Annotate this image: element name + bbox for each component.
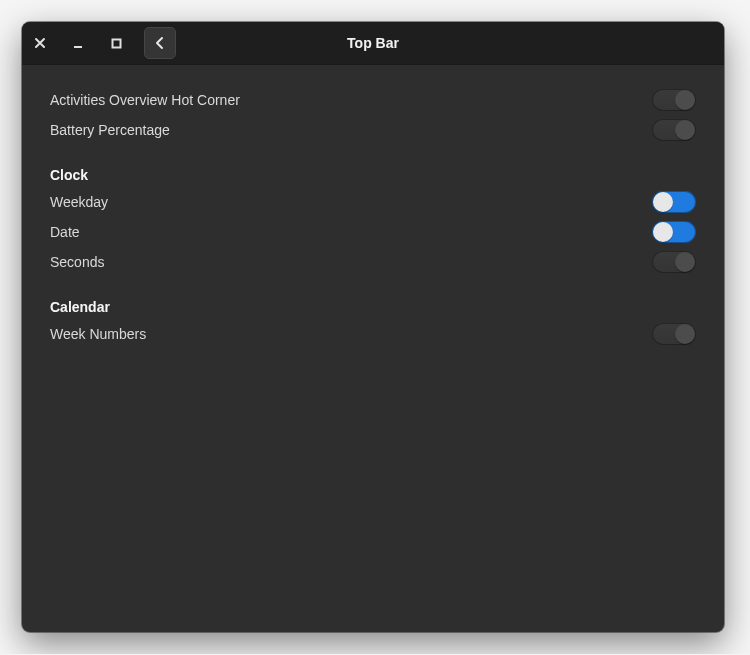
section-clock: Clock Weekday Date Seconds <box>50 167 696 277</box>
switch-weekday[interactable] <box>652 191 696 213</box>
switch-knob <box>675 252 695 272</box>
row-battery-percentage: Battery Percentage <box>50 115 696 145</box>
switch-knob <box>675 120 695 140</box>
switch-seconds[interactable] <box>652 251 696 273</box>
row-hot-corner: Activities Overview Hot Corner <box>50 85 696 115</box>
row-label: Date <box>50 224 80 240</box>
row-label: Seconds <box>50 254 104 270</box>
window: Top Bar Activities Overview Hot Corner B… <box>22 22 724 632</box>
switch-knob <box>675 90 695 110</box>
row-label: Battery Percentage <box>50 122 170 138</box>
close-button[interactable] <box>28 31 52 55</box>
section-calendar: Calendar Week Numbers <box>50 299 696 349</box>
section-general: Activities Overview Hot Corner Battery P… <box>50 85 696 145</box>
titlebar: Top Bar <box>22 22 724 65</box>
row-date: Date <box>50 217 696 247</box>
section-heading: Clock <box>50 167 696 183</box>
minimize-button[interactable] <box>66 31 90 55</box>
switch-week-numbers[interactable] <box>652 323 696 345</box>
row-label: Weekday <box>50 194 108 210</box>
row-label: Activities Overview Hot Corner <box>50 92 240 108</box>
switch-hot-corner[interactable] <box>652 89 696 111</box>
content-area: Activities Overview Hot Corner Battery P… <box>22 65 724 632</box>
svg-rect-0 <box>74 46 82 48</box>
close-icon <box>34 37 46 49</box>
back-button[interactable] <box>144 27 176 59</box>
row-week-numbers: Week Numbers <box>50 319 696 349</box>
maximize-icon <box>111 38 122 49</box>
switch-date[interactable] <box>652 221 696 243</box>
row-seconds: Seconds <box>50 247 696 277</box>
switch-knob <box>675 324 695 344</box>
chevron-left-icon <box>154 36 166 50</box>
section-heading: Calendar <box>50 299 696 315</box>
maximize-button[interactable] <box>104 31 128 55</box>
minimize-icon <box>72 37 84 49</box>
switch-knob <box>653 222 673 242</box>
row-label: Week Numbers <box>50 326 146 342</box>
switch-knob <box>653 192 673 212</box>
svg-rect-1 <box>112 39 120 47</box>
switch-battery-percentage[interactable] <box>652 119 696 141</box>
row-weekday: Weekday <box>50 187 696 217</box>
